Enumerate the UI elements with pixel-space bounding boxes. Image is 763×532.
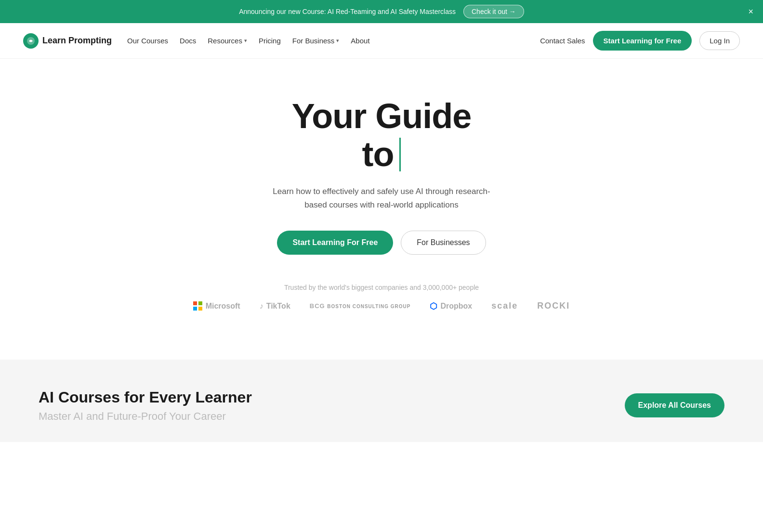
dropbox-logo: ⬡ Dropbox: [430, 301, 472, 311]
nav-link-docs[interactable]: Docs: [180, 37, 196, 45]
nav-link-about[interactable]: About: [351, 37, 369, 45]
microsoft-icon: [193, 301, 203, 311]
rocki-logo: ROCKI: [537, 301, 570, 311]
scale-logo: scale: [491, 301, 518, 311]
cursor-blink: [399, 138, 401, 171]
start-learning-free-hero-button[interactable]: Start Learning For Free: [277, 231, 393, 255]
chevron-down-icon: ▾: [244, 38, 247, 44]
nav-link-our-courses[interactable]: Our Courses: [127, 37, 168, 45]
logo[interactable]: Learn Prompting: [23, 33, 112, 49]
navigation: Learn Prompting Our Courses Docs Resourc…: [0, 23, 763, 59]
announcement-banner: Announcing our new Course: AI Red-Teamin…: [0, 0, 763, 23]
dropbox-icon: ⬡: [430, 301, 437, 311]
nav-left: Learn Prompting Our Courses Docs Resourc…: [23, 33, 370, 49]
courses-left: AI Courses for Every Learner Master AI a…: [39, 389, 252, 423]
start-learning-free-nav-button[interactable]: Start Learning for Free: [593, 31, 692, 51]
nav-links: Our Courses Docs Resources ▾ Pricing For…: [127, 37, 370, 45]
check-it-out-button[interactable]: Check it out →: [463, 5, 524, 18]
hero-title: Your Guide to: [292, 97, 472, 173]
hero-title-line1: Your Guide: [292, 97, 472, 135]
contact-sales-button[interactable]: Contact Sales: [540, 37, 585, 45]
microsoft-logo: Microsoft: [193, 301, 240, 311]
chevron-down-icon: ▾: [336, 38, 339, 44]
courses-title: AI Courses for Every Learner: [39, 389, 252, 406]
logo-icon: [23, 33, 39, 49]
tiktok-logo: ♪ TikTok: [260, 302, 290, 311]
hero-buttons: Start Learning For Free For Businesses: [277, 231, 486, 255]
nav-link-resources[interactable]: Resources ▾: [208, 37, 247, 45]
hero-subtitle: Learn how to effectively and safely use …: [266, 185, 497, 211]
announcement-text: Announcing our new Course: AI Red-Teamin…: [239, 8, 456, 15]
nav-right: Contact Sales Start Learning for Free Lo…: [540, 31, 740, 51]
login-button[interactable]: Log In: [699, 31, 740, 50]
trust-section: Trusted by the world's biggest companies…: [193, 284, 570, 311]
bcg-logo: BCG BOSTON CONSULTING GROUP: [310, 302, 411, 310]
nav-link-pricing[interactable]: Pricing: [259, 37, 281, 45]
courses-section: AI Courses for Every Learner Master AI a…: [0, 360, 763, 442]
courses-subtitle: Master AI and Future-Proof Your Career: [39, 410, 252, 423]
trust-logos: Microsoft ♪ TikTok BCG BOSTON CONSULTING…: [193, 301, 570, 311]
explore-all-courses-button[interactable]: Explore All Courses: [625, 393, 724, 417]
nav-link-for-business[interactable]: For Business ▾: [292, 37, 340, 45]
for-businesses-button[interactable]: For Businesses: [401, 231, 486, 255]
hero-section: Your Guide to Learn how to effectively a…: [0, 59, 763, 360]
logo-text: Learn Prompting: [42, 36, 112, 46]
trust-text: Trusted by the world's biggest companies…: [193, 284, 570, 291]
close-banner-button[interactable]: ×: [748, 7, 753, 16]
tiktok-icon: ♪: [260, 302, 263, 311]
hero-title-line2: to: [292, 135, 472, 173]
